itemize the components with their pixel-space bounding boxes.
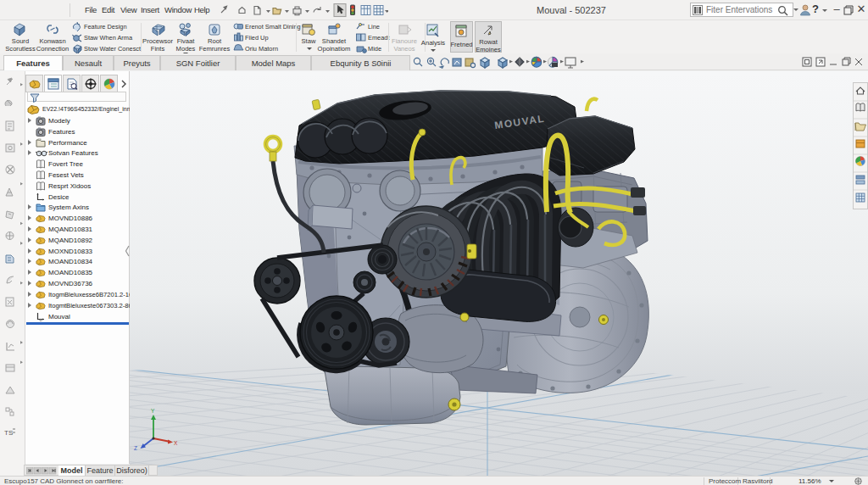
svg-text:TS: TS [4, 429, 13, 437]
svg-text:X: X [174, 440, 178, 446]
svg-text:Y: Y [151, 408, 155, 414]
svg-text:Z: Z [134, 445, 137, 451]
